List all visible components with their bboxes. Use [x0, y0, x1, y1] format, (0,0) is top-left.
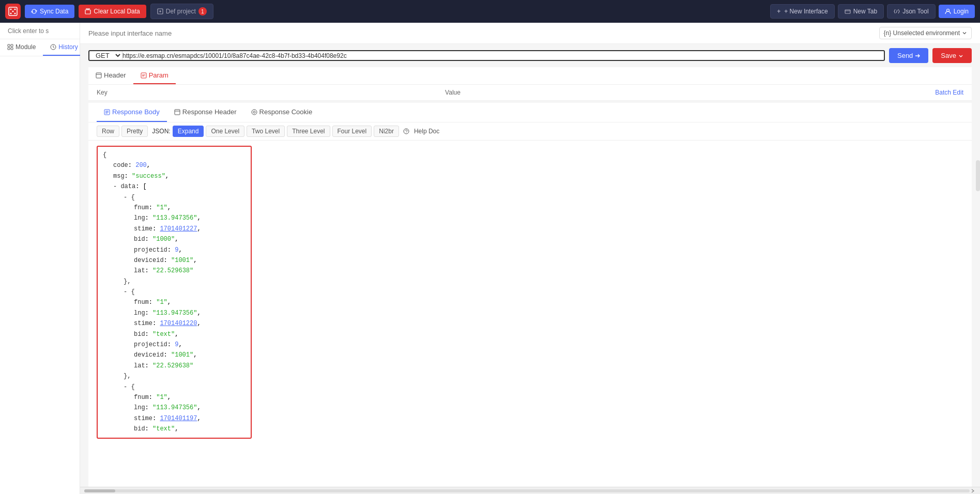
json-lng2: lng: "113.947356",	[134, 308, 246, 318]
json-data-line: - data: [	[113, 181, 246, 192]
one-level-button[interactable]: One Level	[206, 126, 244, 137]
save-button[interactable]: Save	[932, 48, 972, 63]
json-projectid2: projectid: 9,	[134, 339, 246, 350]
json-line-open: {	[103, 150, 246, 160]
svg-rect-8	[845, 10, 850, 13]
svg-rect-12	[11, 44, 13, 47]
send-button[interactable]: Send	[889, 48, 928, 63]
pretty-button[interactable]: Pretty	[121, 126, 148, 137]
json-obj1-open: - {	[124, 192, 246, 203]
json-tool-button[interactable]: Json Tool	[887, 4, 935, 19]
new-interface-button[interactable]: + + New Interface	[770, 4, 834, 19]
bottom-scrollbar[interactable]	[80, 487, 980, 494]
app-logo	[5, 4, 21, 19]
json-lat2: lat: "22.529638"	[134, 361, 246, 371]
help-doc-button[interactable]: Help Doc	[411, 126, 442, 136]
response-body-icon	[104, 109, 110, 115]
env-selector[interactable]: {n} Unselected environment	[879, 27, 972, 39]
json-lat1: lat: "22.529638"	[134, 266, 246, 276]
ni2br-button[interactable]: Ni2br	[374, 126, 399, 137]
param-icon	[141, 72, 147, 79]
svg-rect-19	[175, 110, 180, 115]
save-dropdown-icon	[958, 53, 963, 58]
method-select[interactable]: GET	[94, 51, 122, 60]
login-button[interactable]: Login	[939, 5, 975, 18]
three-level-button[interactable]: Three Level	[287, 126, 330, 137]
response-header-icon	[174, 109, 180, 115]
scroll-right-icon[interactable]	[970, 488, 976, 494]
chevron-down-icon	[962, 30, 967, 36]
json-deviceid1: deviceid: "1001",	[134, 255, 246, 266]
def-project-button[interactable]: Def project 1	[150, 4, 213, 19]
svg-point-4	[14, 9, 16, 10]
url-input[interactable]	[122, 52, 880, 59]
topbar-right-actions: + + New Interface New Tab Json Tool Logi…	[770, 4, 975, 19]
svg-rect-17	[141, 73, 146, 78]
send-icon	[915, 53, 920, 58]
json-obj3-open: - {	[124, 382, 246, 392]
horizontal-scroll-thumb[interactable]	[84, 489, 115, 492]
history-icon	[50, 44, 56, 50]
help-doc-container: Help Doc	[403, 126, 442, 136]
search-input[interactable]	[8, 27, 85, 35]
json-bid3: bid: "text",	[134, 424, 246, 434]
content-area: {n} Unselected environment GET Send S	[80, 23, 980, 494]
svg-point-23	[406, 132, 406, 133]
sidebar-item-history[interactable]: History	[43, 39, 85, 56]
svg-point-3	[14, 13, 16, 14]
response-tab-header[interactable]: Response Header	[167, 103, 244, 122]
interface-name-input[interactable]	[88, 29, 879, 37]
svg-point-1	[10, 9, 12, 10]
json-fnum2: fnum: "1",	[134, 297, 246, 307]
json-stime2: stime: 1701401220,	[134, 318, 246, 329]
horizontal-scroll-track[interactable]	[84, 489, 970, 492]
json-projectid1: projectid: 9,	[134, 245, 246, 255]
svg-rect-11	[8, 44, 10, 47]
header-icon	[96, 72, 102, 79]
json-obj1-close: },	[124, 276, 246, 287]
module-icon	[7, 44, 13, 50]
response-cookie-icon	[251, 109, 257, 115]
svg-rect-14	[11, 48, 13, 50]
tab-header[interactable]: Header	[88, 67, 133, 84]
svg-rect-16	[96, 73, 101, 78]
row-button[interactable]: Row	[97, 126, 119, 137]
json-bid2: bid: "text",	[134, 329, 246, 339]
json-fnum1: fnum: "1",	[134, 203, 246, 213]
url-box: GET	[88, 50, 885, 61]
sync-data-button[interactable]: Sync Data	[25, 5, 74, 18]
plus-icon: +	[777, 8, 780, 15]
clear-local-data-button[interactable]: Clear Local Data	[79, 5, 146, 18]
four-level-button[interactable]: Four Level	[332, 126, 372, 137]
svg-rect-6	[85, 10, 90, 14]
project-count-badge: 1	[198, 7, 207, 16]
json-obj2-open: - {	[124, 287, 246, 297]
json-fnum3: fnum: "1",	[134, 392, 246, 403]
response-section: Response Body Response Header Response C…	[88, 103, 972, 487]
new-tab-button[interactable]: New Tab	[838, 4, 884, 19]
url-send-row: GET Send Save	[88, 48, 972, 63]
sidebar-search-bar: ✕	[0, 23, 80, 39]
tab-param[interactable]: Param	[133, 67, 176, 84]
json-stime1: stime: 1701401227,	[134, 224, 246, 234]
svg-point-5	[10, 13, 12, 14]
json-lng1: lng: "113.947356",	[134, 213, 246, 223]
sidebar-item-module[interactable]: Module	[0, 39, 43, 56]
response-tab-cookie[interactable]: Response Cookie	[244, 103, 320, 122]
response-tab-body[interactable]: Response Body	[97, 103, 167, 122]
json-bordered-box: { code: 200, msg: "success", - data: [ -…	[97, 146, 252, 439]
json-code-line: code: 200,	[113, 160, 246, 171]
json-bid1: bid: "1000",	[134, 234, 246, 244]
sidebar-nav: Module History	[0, 39, 80, 56]
request-tabs-container: Header Param Key Value Batch Edit	[88, 67, 972, 101]
topbar: Sync Data Clear Local Data Def project 1…	[0, 0, 980, 23]
params-header: Key Value Batch Edit	[88, 85, 972, 101]
two-level-button[interactable]: Two Level	[247, 126, 285, 137]
json-lng3: lng: "113.947356",	[134, 403, 246, 413]
json-label: JSON:	[152, 128, 170, 135]
request-tabs: Header Param	[88, 67, 972, 85]
expand-button[interactable]: Expand	[173, 126, 204, 137]
interface-name-bar: {n} Unselected environment	[80, 23, 980, 44]
help-icon	[403, 128, 409, 134]
json-body: { code: 200, msg: "success", - data: [ -…	[88, 141, 972, 487]
